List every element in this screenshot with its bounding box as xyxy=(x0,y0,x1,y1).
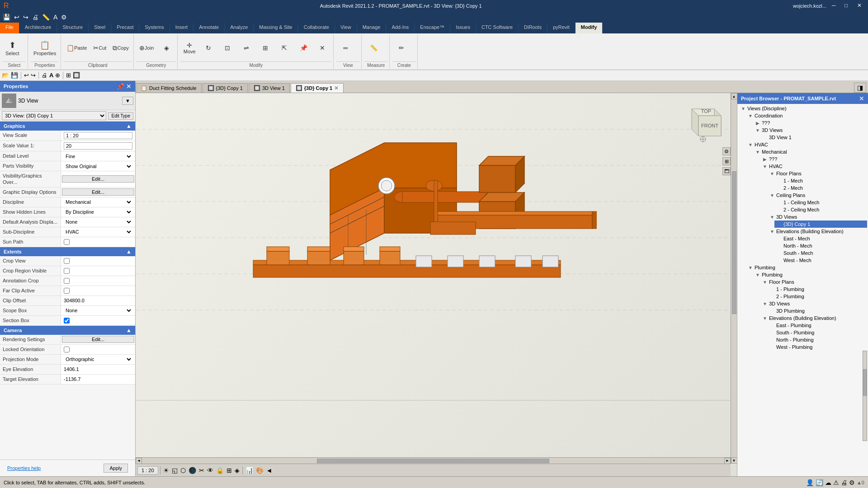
hscroll-left[interactable]: ◄ xyxy=(136,458,142,464)
crop-region-checkbox[interactable] xyxy=(64,268,70,274)
nav-btn-worksets[interactable]: ⊞ xyxy=(226,466,233,475)
far-clip-active-checkbox[interactable] xyxy=(64,288,70,294)
tree-plumbing-sub[interactable]: ▼ Plumbing xyxy=(753,271,867,278)
panel-close-btn[interactable]: ✕ xyxy=(126,83,132,90)
ribbon-btn-thin-lines[interactable]: ═ xyxy=(336,42,354,53)
apply-button[interactable]: Apply xyxy=(104,464,128,473)
rendering-settings-btn[interactable]: Edit... xyxy=(62,336,134,343)
tab-3d-view1[interactable]: 🔲 3D View 1 xyxy=(249,83,290,93)
tab-manage[interactable]: Manage xyxy=(357,23,387,33)
visibility-graphics-btn[interactable]: Edit... xyxy=(62,175,134,183)
tree-1-mech[interactable]: 1 - Mech xyxy=(774,177,867,184)
ribbon-btn-rotate[interactable]: ↻ xyxy=(199,42,217,53)
status-cloud[interactable]: ☁ xyxy=(825,479,831,486)
graphic-display-btn[interactable]: Edit... xyxy=(62,188,134,196)
status-settings[interactable]: ⚙ xyxy=(849,479,855,486)
tree-plumbing[interactable]: ▼ Plumbing xyxy=(745,264,867,271)
panel-toggle-btn[interactable]: ◨ xyxy=(854,83,866,93)
tb-annotate2[interactable]: ⊕ xyxy=(55,72,60,79)
ribbon-btn-properties[interactable]: 📋 Properties xyxy=(31,38,59,58)
tree-south-mech[interactable]: South - Mech xyxy=(774,249,867,257)
nav-btn-display[interactable]: ⬡ xyxy=(179,466,187,475)
ribbon-btn-join[interactable]: ⊕ Join xyxy=(137,42,156,53)
tab-enscape[interactable]: Enscape™ xyxy=(415,23,450,33)
nav-btn-reveal[interactable]: 👁 xyxy=(206,466,214,475)
tab-structure[interactable]: Structure xyxy=(57,23,89,33)
browser-scroll-thumb[interactable] xyxy=(863,369,867,396)
section-collapse-graphics[interactable]: ▲ xyxy=(126,123,132,129)
ribbon-btn-select[interactable]: ⬆ Select xyxy=(3,38,22,58)
tree-north-plumbing[interactable]: North - Plumbing xyxy=(767,336,867,343)
status-model-icon[interactable]: 👤 xyxy=(806,479,814,486)
nav-btn-temp-hide[interactable]: 🔒 xyxy=(215,466,225,475)
ribbon-btn-create[interactable]: ✏ xyxy=(392,42,410,53)
section-header-graphics[interactable]: Graphics ▲ xyxy=(0,122,135,131)
annotation-crop-checkbox[interactable] xyxy=(64,278,70,284)
parts-visibility-select[interactable]: Show Original xyxy=(64,163,132,169)
panel-dropdown-btn[interactable]: ▼ xyxy=(122,97,133,105)
qat-measure[interactable]: 📏 xyxy=(41,13,51,22)
sub-discipline-select[interactable]: HVAC xyxy=(64,229,132,235)
viewport-vscrollbar[interactable]: ▲ ▼ xyxy=(731,93,737,464)
tab-file[interactable]: File xyxy=(0,23,19,33)
section-header-extents[interactable]: Extents ▲ xyxy=(0,247,135,256)
tab-insert[interactable]: Insert xyxy=(170,23,194,33)
tab-architecture[interactable]: Architecture xyxy=(19,23,57,33)
nav-btn-shadow[interactable]: 🌑 xyxy=(188,466,197,475)
tab-steel[interactable]: Steel xyxy=(89,23,111,33)
tab-massing[interactable]: Massing & Site xyxy=(254,23,298,33)
status-warning[interactable]: ⚠ xyxy=(833,479,839,486)
tb-view-settings[interactable]: ⊞ xyxy=(66,72,71,79)
locked-orientation-checkbox[interactable] xyxy=(64,347,70,352)
tab-ctc[interactable]: CTC Software xyxy=(476,23,519,33)
nav-btn-hl[interactable]: 🎨 xyxy=(255,466,264,475)
tree-3d-view1[interactable]: 3D View 1 xyxy=(760,134,867,141)
tab-3d-copy1[interactable]: 🔲 {3D} Copy 1 xyxy=(203,83,248,93)
tree-2-ceiling-mech[interactable]: 2 - Ceiling Mech xyxy=(774,206,867,213)
nav-btn-detail[interactable]: ◱ xyxy=(171,466,179,475)
section-collapse-extents[interactable]: ▲ xyxy=(126,249,132,255)
default-analysis-select[interactable]: None xyxy=(64,219,132,225)
ribbon-btn-copy[interactable]: ⧉ Copy xyxy=(110,42,132,54)
tree-1-plumbing[interactable]: 1 - Plumbing xyxy=(767,286,867,293)
ribbon-btn-pin[interactable]: 📌 xyxy=(294,42,312,53)
scale-value-input[interactable] xyxy=(64,142,132,150)
tree-3d-copy1-selected[interactable]: {3D} Copy 1 xyxy=(774,221,867,228)
tree-3d-views-mech[interactable]: ▼ 3D Views xyxy=(767,213,867,221)
view-cube[interactable]: FRONT TOP xyxy=(683,102,723,143)
tree-elev-mech[interactable]: ▼ Elevations (Building Elevation) xyxy=(767,228,867,235)
tab-annotate[interactable]: Annotate xyxy=(193,23,225,33)
edit-type-btn[interactable]: Edit Type xyxy=(108,112,133,120)
tree-elev-plumbing[interactable]: ▼ Elevations (Building Elevation) xyxy=(760,314,867,322)
close-icon[interactable]: ✕ xyxy=(857,2,864,9)
tb-print[interactable]: 🖨 xyxy=(42,72,47,79)
browser-close[interactable]: ✕ xyxy=(859,95,864,102)
qat-settings[interactable]: ⚙ xyxy=(60,13,68,22)
tab-modify[interactable]: Modify xyxy=(576,23,603,33)
qat-annotate[interactable]: A xyxy=(52,13,58,22)
tab-precast[interactable]: Precast xyxy=(111,23,139,33)
qat-redo[interactable]: ↪ xyxy=(22,13,29,22)
tree-2-plumbing[interactable]: 2 - Plumbing xyxy=(767,293,867,300)
tree-north-mech[interactable]: North - Mech xyxy=(774,242,867,249)
discipline-select[interactable]: Mechanical xyxy=(64,199,132,205)
ribbon-btn-scale[interactable]: ⇱ xyxy=(275,42,293,53)
ribbon-btn-offset[interactable]: ⊡ xyxy=(218,42,236,53)
maximize-icon[interactable]: □ xyxy=(844,2,852,9)
panel-pin[interactable]: 📌 xyxy=(117,83,124,90)
tab-duct-schedule[interactable]: 📋 Duct Fitting Schedule xyxy=(136,83,202,93)
tree-mech-misc[interactable]: ▶ ??? xyxy=(760,155,867,163)
viewport[interactable]: FRONT TOP ⚙ ⊞ 🗔 xyxy=(136,93,737,476)
tree-mechanical[interactable]: ▼ Mechanical xyxy=(753,148,867,155)
tab-pyrevit[interactable]: pyRevit xyxy=(547,23,576,33)
tree-2-mech[interactable]: 2 - Mech xyxy=(774,184,867,192)
viewport-settings[interactable]: ⚙ ⊞ 🗔 xyxy=(722,147,731,175)
tree-hvac[interactable]: ▼ HVAC xyxy=(745,141,867,148)
nav-btn-sun[interactable]: ☀ xyxy=(162,466,170,475)
tree-floor-plans-hvac[interactable]: ▼ Floor Plans xyxy=(767,170,867,177)
tree-west-mech[interactable]: West - Mech xyxy=(774,257,867,264)
ribbon-btn-delete[interactable]: ✕ xyxy=(313,42,331,53)
nav-btn-crop[interactable]: ✂ xyxy=(198,466,205,475)
section-collapse-camera[interactable]: ▲ xyxy=(126,327,132,333)
vscroll-thumb[interactable] xyxy=(732,171,736,314)
